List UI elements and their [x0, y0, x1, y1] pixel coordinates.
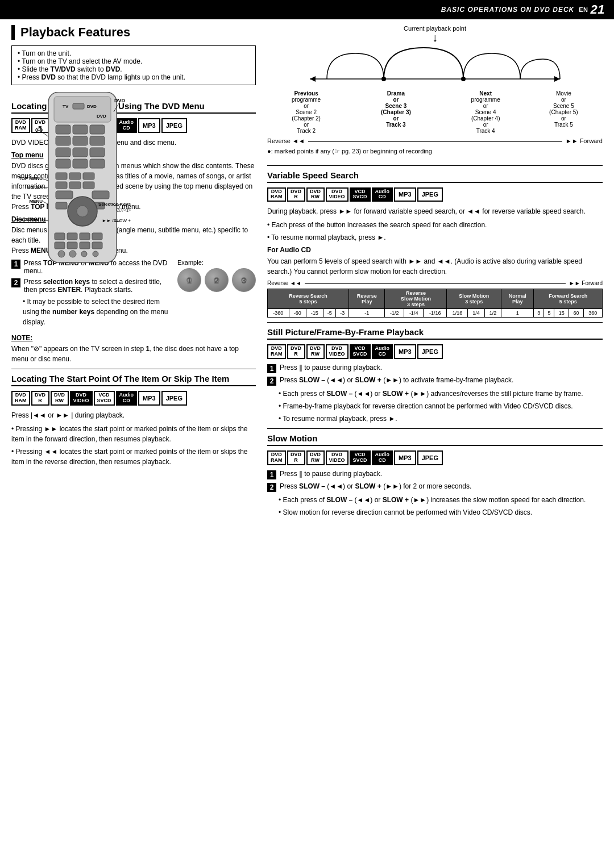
svg-rect-12 — [73, 125, 88, 134]
divider4 — [267, 428, 603, 429]
still-title: Still Picture/Frame-By-Frame Playback — [267, 327, 603, 340]
speed-val-360: 360 — [583, 309, 602, 318]
prereqs-box: Turn on the unit. Turn on the TV and sel… — [11, 45, 256, 85]
example-area: Example: 1 2 3 — [177, 259, 256, 292]
speed-val-15: 15 — [554, 309, 569, 318]
svg-rect-15 — [73, 136, 88, 145]
svg-rect-23 — [56, 173, 67, 180]
svg-point-51 — [381, 77, 386, 81]
badge4-dvd-r: DVDR — [287, 344, 305, 359]
badge5-dvd-rw: DVDRW — [306, 450, 325, 465]
badge4-mp3: MP3 — [394, 344, 416, 359]
scene-movie: MovieorScene 5(Chapter 5)orTrack 5 — [525, 90, 603, 134]
speed-val-5n: -5 — [323, 309, 336, 318]
badge2-dvd-r: DVDR — [31, 391, 49, 406]
svg-point-46 — [93, 251, 98, 257]
badge2-dvd-video: DVDVIDEO — [70, 391, 93, 406]
svg-rect-26 — [56, 182, 67, 189]
disc-examples: 1 2 3 — [177, 268, 256, 292]
svg-point-44 — [69, 251, 76, 257]
still-step-1: 1 Press ‖ to pause during playback. — [267, 364, 603, 373]
svg-rect-16 — [90, 136, 105, 145]
vss-forward: ►► Forward — [569, 280, 603, 286]
svg-rect-36 — [67, 233, 77, 240]
speed-val-quarter: 1/4 — [468, 309, 484, 318]
badge4-audio-cd: AudioCD — [372, 344, 393, 359]
svg-rect-22 — [90, 159, 105, 168]
badge3-audio-cd: AudioCD — [372, 187, 393, 202]
slow-step-2: 2 Press SLOW – (◄◄) or SLOW + (►►) for 2… — [267, 482, 603, 492]
svg-text:DVD: DVD — [97, 114, 106, 119]
arc-diagram — [267, 42, 603, 93]
speed-val-half: 1/2 — [484, 309, 501, 318]
note-text: When "⊘" appears on the TV screen in ste… — [11, 344, 256, 364]
locating-start-title: Locating The Start Point Of The Item Or … — [11, 374, 256, 386]
remote-label-topmenu: TOP MENU — [11, 176, 43, 181]
disc-1: 1 — [177, 268, 201, 292]
page-header: BASIC OPERATIONS ON DVD DECK EN 21 — [0, 0, 614, 19]
disc-2: 2 — [205, 268, 229, 292]
svg-marker-54 — [554, 76, 560, 82]
badge-jpeg: JPEG — [161, 118, 187, 133]
still-picture-section: Still Picture/Frame-By-Frame Playback DV… — [267, 327, 603, 424]
scene-labels: PreviousprogrammeorScene 2(Chapter 2)orT… — [267, 90, 603, 134]
badge4-dvd-ram: DVDRAM — [267, 344, 286, 359]
remote-label-09: 0-9 — [11, 127, 43, 133]
still-bullets: Each press of SLOW – (◄◄) or SLOW + (►►)… — [279, 389, 603, 424]
speed-val-60n: -60 — [289, 309, 306, 318]
slow-motion-title: Slow Motion — [267, 433, 603, 446]
forward-label: ►► Forward — [566, 137, 603, 144]
svg-rect-11 — [56, 125, 70, 134]
speed-val-15n: -15 — [306, 309, 323, 318]
badge3-mp3: MP3 — [394, 187, 416, 202]
badge4-vcd-svcd: VCDSVCD — [350, 344, 371, 359]
svg-rect-25 — [83, 173, 94, 180]
svg-rect-13 — [90, 125, 105, 134]
remote-label-selkeys: Selection Keys — [98, 202, 131, 207]
prereq-item: Turn on the unit. — [18, 49, 250, 57]
speed-val-16th-n: -1/16 — [424, 309, 447, 318]
playback-diagram-area: Current playback point ↓ — [267, 25, 603, 156]
for-audio-cd-title: For Audio CD — [267, 246, 603, 254]
badge3-jpeg: JPEG — [417, 187, 443, 202]
badge2-vcd-svcd: VCDSVCD — [94, 391, 115, 406]
rev-fwd-row: Reverse ◄◄ ►► Forward — [267, 137, 603, 144]
svg-rect-19 — [90, 148, 105, 157]
svg-rect-14 — [56, 136, 70, 145]
badge3-vcd-svcd: VCDSVCD — [350, 187, 371, 202]
svg-rect-41 — [80, 242, 90, 249]
remote-label-menu: MENU — [11, 199, 43, 204]
still-step-2: 2 Press SLOW – (◄◄) or SLOW + (►►) to ac… — [267, 376, 603, 386]
svg-rect-39 — [55, 242, 65, 249]
scene-prev: PreviousprogrammeorScene 2(Chapter 2)orT… — [267, 90, 345, 134]
slow-bullets: Each press of SLOW – (◄◄) or SLOW + (►►)… — [279, 495, 603, 518]
divider2 — [267, 165, 603, 166]
svg-marker-53 — [310, 76, 316, 82]
speed-header-reverse-slow: ReverseSlow Motion3 steps — [385, 289, 447, 309]
badge3-dvd-ram: DVDRAM — [267, 187, 286, 202]
speed-val-3: 3 — [534, 309, 544, 318]
skip-press-text: Press |◄◄ or ►► | during playback. — [11, 410, 256, 420]
speed-val-3n: -3 — [336, 309, 349, 318]
svg-point-52 — [461, 77, 466, 81]
svg-rect-28 — [83, 182, 94, 189]
badge5-mp3: MP3 — [394, 450, 416, 465]
locating-start-section: Locating The Start Point Of The Item Or … — [11, 374, 256, 467]
variable-speed-title: Variable Speed Search — [267, 170, 603, 183]
badge3-dvd-rw: DVDRW — [306, 187, 325, 202]
vss-reverse: Reverse ◄◄ — [267, 280, 301, 286]
svg-point-34 — [77, 206, 88, 217]
divider1 — [11, 369, 256, 369]
speed-header-slow: Slow Motion3 steps — [447, 289, 501, 309]
badge5-dvd-video: DVDVIDEO — [326, 450, 349, 465]
badge2-dvd-ram: DVDRAM — [11, 391, 30, 406]
svg-rect-21 — [73, 159, 88, 168]
remote-label-selkeys-arrows: △▽◁▷ — [117, 207, 131, 212]
remote-label-slowplus: ►► /SLOW + — [102, 218, 131, 223]
svg-rect-30 — [92, 191, 109, 199]
speed-val-360n: -360 — [268, 309, 289, 318]
variable-speed-section: Variable Speed Search DVDRAM DVDR DVDRW … — [267, 170, 603, 318]
skip-bullets: Pressing ►► locates the start point or m… — [11, 424, 256, 467]
speed-val-1n: -1 — [349, 309, 385, 318]
speed-val-quarter-n: -1/4 — [404, 309, 424, 318]
